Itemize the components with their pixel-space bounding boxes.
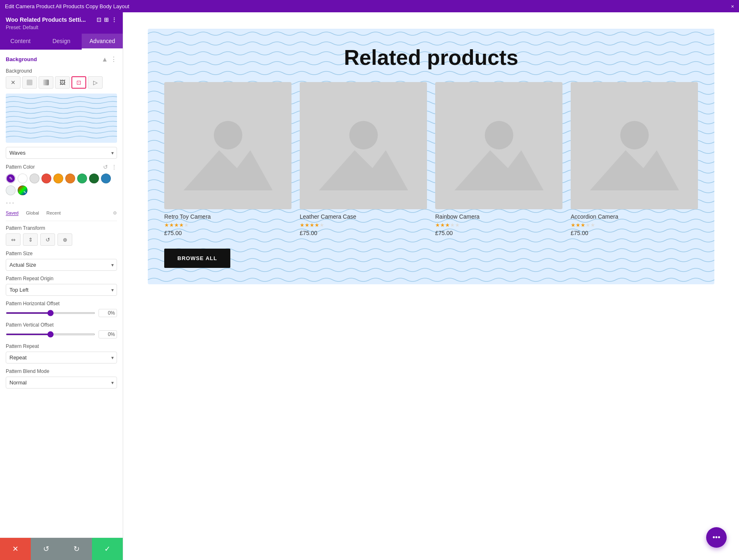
pattern-color-actions: ↺ ⋮ <box>103 164 117 170</box>
image-icon: 🖼 <box>60 79 65 86</box>
floating-chat-button[interactable]: ••• <box>706 527 727 548</box>
color-tab-global[interactable]: Global <box>26 210 39 216</box>
tab-advanced[interactable]: Advanced <box>82 34 123 50</box>
swatch-silver[interactable] <box>6 185 16 195</box>
browse-all-button[interactable]: BROWSE ALL <box>164 249 230 268</box>
transform-rotate[interactable]: ↺ <box>40 233 55 246</box>
pattern-voffset-slider[interactable] <box>6 334 95 335</box>
product-card-2: Rainbow Camera ★★★★★ £75.00 <box>435 82 562 236</box>
pattern-preview <box>6 94 117 143</box>
bg-type-none[interactable]: ✕ <box>6 76 21 89</box>
pencil-icon: ✎ <box>23 190 27 194</box>
pattern-repeat-select[interactable]: Repeat Repeat-X Repeat-Y No Repeat <box>6 352 117 363</box>
tabs-row: Content Design Advanced <box>0 34 123 50</box>
pattern-hoffset-row: 0% <box>6 309 117 317</box>
none-icon: ✕ <box>11 79 16 86</box>
title-bar-text: Edit Camera Product All Products Copy Bo… <box>5 3 129 9</box>
product-image-1 <box>300 82 427 209</box>
bg-type-pattern[interactable]: ⊡ <box>71 76 86 89</box>
transform-scale[interactable]: ⊕ <box>57 233 72 246</box>
widget-icon-duplicate[interactable]: ⊡ <box>96 16 101 23</box>
product-stars-0: ★★★★★ <box>164 222 291 228</box>
swatch-pencil[interactable]: ✎ <box>18 185 28 195</box>
pattern-hoffset-slider[interactable] <box>6 312 95 314</box>
widget-icon-more[interactable]: ⋮ <box>111 16 117 23</box>
footer-redo[interactable]: ↻ <box>62 538 92 560</box>
product-price-3: £75.00 <box>571 230 698 236</box>
product-price-1: £75.00 <box>300 230 427 236</box>
pattern-repeat-origin-select[interactable]: Top Left Top Center Top Right Center <box>6 284 117 296</box>
undo-icon: ↺ <box>43 544 49 553</box>
pattern-repeat-origin-wrapper[interactable]: Top Left Top Center Top Right Center <box>6 284 117 296</box>
bg-type-row: ✕ 🖼 ⊡ ▷ <box>6 76 117 89</box>
section-collapse-icon[interactable]: ▲ <box>101 56 108 63</box>
product-image-3 <box>571 82 698 209</box>
pattern-repeat-label: Pattern Repeat <box>6 343 117 349</box>
bg-type-color[interactable] <box>22 76 37 89</box>
footer-save[interactable]: ✓ <box>92 538 123 560</box>
pattern-voffset-value: 0% <box>99 330 117 338</box>
pattern-color-label: Pattern Color <box>6 164 35 170</box>
pattern-repeat-origin-label: Pattern Repeat Origin <box>6 276 117 281</box>
eyedropper-icon: ✎ <box>9 176 13 181</box>
related-products-title: Related products <box>164 45 698 70</box>
bg-type-video[interactable]: ▷ <box>88 76 103 89</box>
color-dots[interactable]: ··· <box>6 198 15 207</box>
footer-cancel[interactable]: ✕ <box>0 538 31 560</box>
pattern-select-wrapper[interactable]: Waves Dots Stripes Checkerboard Zigzag <box>6 147 117 159</box>
product-card-0: Retro Toy Camera ★★★★★ £75.00 <box>164 82 291 236</box>
product-image-2 <box>435 82 562 209</box>
color-tab-saved[interactable]: Saved <box>6 210 18 216</box>
swatch-yellow[interactable] <box>53 174 63 183</box>
pattern-repeat-wrapper[interactable]: Repeat Repeat-X Repeat-Y No Repeat <box>6 352 117 363</box>
section-controls[interactable]: ▲ ⋮ <box>101 55 117 63</box>
swatch-darkgreen[interactable] <box>89 174 99 183</box>
related-products-wrapper: Related products Retro Toy Camera ★★★★★ … <box>148 29 714 284</box>
save-icon: ✓ <box>104 544 110 553</box>
sidebar-header: Woo Related Products Setti... ⊡ ⊞ ⋮ Pres… <box>0 12 123 34</box>
main-layout: Woo Related Products Setti... ⊡ ⊞ ⋮ Pres… <box>0 12 739 560</box>
pattern-select[interactable]: Waves Dots Stripes Checkerboard Zigzag <box>6 147 117 159</box>
swatch-amber[interactable] <box>65 174 75 183</box>
transform-row: ⇔ ⇕ ↺ ⊕ <box>6 233 117 246</box>
product-card-3: Accordion Camera ★★★★★ £75.00 <box>571 82 698 236</box>
tab-design[interactable]: Design <box>41 34 82 50</box>
pattern-voffset-row: 0% <box>6 330 117 338</box>
swatch-white1[interactable] <box>18 174 28 183</box>
bg-type-image[interactable]: 🖼 <box>55 76 70 89</box>
title-bar: Edit Camera Product All Products Copy Bo… <box>0 0 739 12</box>
product-stars-1: ★★★★★ <box>300 222 427 228</box>
widget-title-text: Woo Related Products Setti... <box>6 16 86 23</box>
pattern-size-select[interactable]: Actual Size Custom Cover Contain <box>6 259 117 271</box>
product-card-1: Leather Camera Case ★★★★★ £75.00 <box>300 82 427 236</box>
pattern-blend-mode-wrapper[interactable]: Normal Multiply Screen Overlay Darken Li… <box>6 377 117 389</box>
gradient-icon <box>43 80 49 85</box>
swatch-lightgray[interactable] <box>30 174 39 183</box>
product-name-0: Retro Toy Camera <box>164 213 291 220</box>
background-label: Background <box>6 68 117 74</box>
svg-point-6 <box>349 121 377 149</box>
pattern-voffset-label: Pattern Vertical Offset <box>6 322 117 328</box>
sidebar-footer: ✕ ↺ ↻ ✓ <box>0 537 123 560</box>
pattern-size-wrapper[interactable]: Actual Size Custom Cover Contain <box>6 259 117 271</box>
preset-link[interactable]: Preset: Default <box>6 25 38 30</box>
footer-undo[interactable]: ↺ <box>31 538 62 560</box>
color-tab-recent[interactable]: Recent <box>46 210 61 216</box>
product-name-3: Accordion Camera <box>571 213 698 220</box>
title-bar-close[interactable]: × <box>731 3 734 9</box>
swatch-red[interactable] <box>41 174 51 183</box>
tab-content[interactable]: Content <box>0 34 41 50</box>
transform-flip-v[interactable]: ⇕ <box>23 233 38 246</box>
pattern-blend-mode-select[interactable]: Normal Multiply Screen Overlay Darken Li… <box>6 377 117 389</box>
section-more-icon[interactable]: ⋮ <box>110 55 117 63</box>
bg-type-gradient[interactable] <box>39 76 53 89</box>
transform-flip-h[interactable]: ⇔ <box>6 233 21 246</box>
svg-point-12 <box>620 121 648 149</box>
pattern-color-more[interactable]: ⋮ <box>111 164 117 170</box>
widget-icon-settings[interactable]: ⊞ <box>104 16 109 23</box>
swatch-green[interactable] <box>77 174 87 183</box>
color-tab-settings[interactable]: ⚙ <box>113 210 117 216</box>
pattern-color-reset[interactable]: ↺ <box>103 164 108 170</box>
eyedropper-swatch[interactable]: ✎ <box>6 174 16 183</box>
swatch-blue[interactable] <box>101 174 111 183</box>
